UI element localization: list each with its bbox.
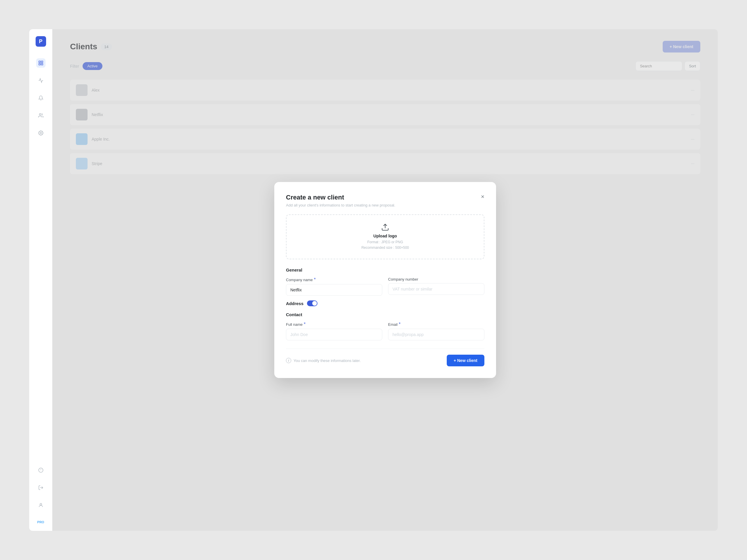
address-label: Address <box>286 301 304 306</box>
company-number-group: Company number <box>388 277 484 296</box>
sidebar: P PRO <box>29 29 53 531</box>
main-content: Clients 14 + New client Filter Active So… <box>53 29 718 531</box>
svg-rect-0 <box>39 61 40 62</box>
company-name-group: Company name * <box>286 277 382 296</box>
full-name-label: Full name * <box>286 322 382 327</box>
company-name-input[interactable] <box>286 284 382 296</box>
upload-zone[interactable]: Upload logo Format : JPEG or PNG Recomma… <box>286 214 484 259</box>
sidebar-item-dashboard[interactable] <box>36 58 46 68</box>
upload-size: Recommanded size : 500×500 <box>295 245 475 250</box>
address-row: Address <box>286 300 484 306</box>
svg-point-5 <box>40 132 42 134</box>
email-group: Email * <box>388 322 484 340</box>
info-icon: i <box>286 358 291 363</box>
full-name-group: Full name * <box>286 322 382 340</box>
modal-footer: i You can modify these informations late… <box>286 349 484 366</box>
svg-point-10 <box>40 503 42 505</box>
svg-rect-2 <box>39 63 40 65</box>
full-name-input[interactable] <box>286 329 382 340</box>
upload-icon <box>295 223 475 231</box>
app-logo: P <box>35 36 46 47</box>
general-form-row: Company name * Company number <box>286 277 484 296</box>
sidebar-item-bottom1[interactable] <box>36 465 46 475</box>
sidebar-item-bottom2[interactable] <box>36 483 46 492</box>
email-input[interactable] <box>388 329 484 340</box>
sidebar-item-bell[interactable] <box>36 93 46 103</box>
sidebar-item-bottom3[interactable] <box>36 501 46 510</box>
svg-rect-1 <box>41 61 43 62</box>
required-indicator: * <box>304 322 306 327</box>
footer-info: i You can modify these informations late… <box>286 358 361 363</box>
close-button[interactable]: × <box>481 194 484 199</box>
required-indicator: * <box>399 322 401 327</box>
upload-title: Upload logo <box>295 234 475 238</box>
company-number-input[interactable] <box>388 283 484 295</box>
modal-subtitle: Add all your client's informations to st… <box>286 203 484 207</box>
upload-format: Format : JPEG or PNG <box>295 239 475 245</box>
sidebar-bottom-label: PRO <box>37 520 44 524</box>
svg-point-4 <box>39 113 41 115</box>
modal-title: Create a new client <box>286 194 344 201</box>
company-number-label: Company number <box>388 277 484 282</box>
company-name-label: Company name * <box>286 277 382 282</box>
email-label: Email * <box>388 322 484 327</box>
submit-button[interactable]: + New client <box>447 355 484 366</box>
sidebar-item-users[interactable] <box>36 111 46 120</box>
required-indicator: * <box>314 277 316 282</box>
footer-info-text: You can modify these informations later. <box>293 358 361 363</box>
app-container: P PRO Clients 14 <box>29 29 718 531</box>
contact-form-row: Full name * Email * <box>286 322 484 340</box>
modal-header: Create a new client × <box>286 194 484 201</box>
svg-rect-3 <box>41 63 43 65</box>
contact-section-title: Contact <box>286 312 484 317</box>
toggle-knob <box>312 301 317 306</box>
modal-overlay: Create a new client × Add all your clien… <box>53 29 718 531</box>
sidebar-item-chart[interactable] <box>36 76 46 85</box>
general-section-title: General <box>286 267 484 272</box>
create-client-modal: Create a new client × Add all your clien… <box>274 182 496 378</box>
address-toggle[interactable] <box>307 300 317 306</box>
sidebar-item-settings[interactable] <box>36 128 46 138</box>
